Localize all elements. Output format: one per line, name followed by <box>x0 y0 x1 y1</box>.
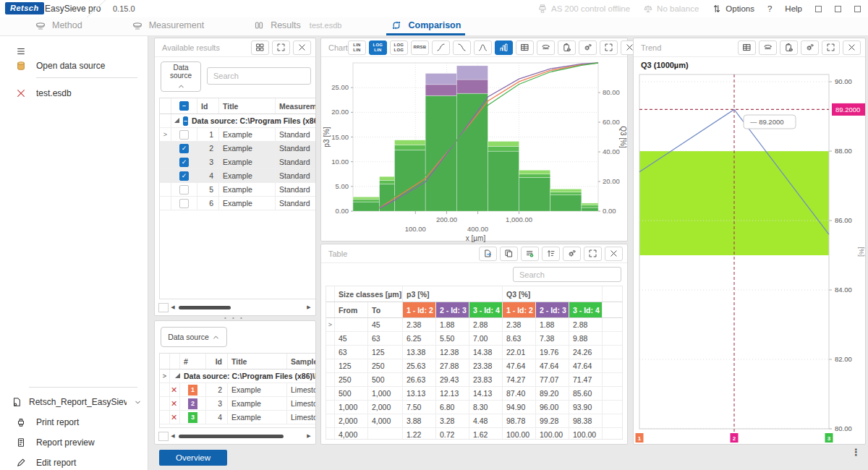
available-results-panel: Available results Data source –IdTitleMe… <box>154 38 316 316</box>
scrollbar-track[interactable] <box>177 432 305 441</box>
results-search-input[interactable] <box>207 67 311 85</box>
tab-results[interactable]: Results test.esdb <box>249 17 346 35</box>
table-row[interactable]: 6312513.3812.3814.3822.0119.7624.26 <box>326 346 622 359</box>
group-expander-icon[interactable] <box>175 373 180 378</box>
sieve-button[interactable] <box>537 40 555 55</box>
remove-row-icon[interactable]: ✕ <box>171 399 177 409</box>
lin-lin-button[interactable]: LINLIN <box>348 40 366 55</box>
cell <box>603 332 622 345</box>
results-row[interactable]: >1ExampleStandard <box>160 128 315 142</box>
close-button[interactable] <box>843 40 861 55</box>
scrollbar-thumb[interactable] <box>179 435 284 438</box>
table-row[interactable]: 1,0002,0007.506.808.3094.9096.0093.90 <box>326 401 622 414</box>
data-source-group-row[interactable]: –Data source: C:\Program Files (x86)\Ret… <box>160 114 315 128</box>
table-row[interactable]: 12525025.6327.8823.3847.6447.6447.64 <box>326 359 622 373</box>
options-menu[interactable]: Options <box>712 4 754 14</box>
scroll-left-icon[interactable]: ◀ <box>170 433 176 439</box>
export-button[interactable] <box>479 247 497 261</box>
settings-button[interactable] <box>801 40 819 55</box>
report-preview-button[interactable]: Report preview <box>0 433 148 452</box>
data-source-row[interactable]: ✕23ExampleLimestone / <box>160 397 315 411</box>
window-maximize-icon[interactable] <box>835 6 841 12</box>
result-checkbox[interactable]: ✓ <box>179 158 189 167</box>
scrollbar-track[interactable] <box>177 303 305 312</box>
data-source-group-row[interactable]: >Data source: C:\Program Files (x86)\Ret… <box>160 369 315 383</box>
clipboard-button[interactable] <box>558 40 576 55</box>
layout-button[interactable] <box>251 40 269 55</box>
result-checkbox[interactable]: ✓ <box>179 144 189 153</box>
tab-method[interactable]: Method <box>30 17 87 35</box>
tab-measurement[interactable]: Measurement <box>127 17 208 35</box>
expand-button[interactable] <box>600 40 618 55</box>
density-curve-button[interactable] <box>474 40 492 55</box>
table-row[interactable]: 2,0004,0003.883.284.4898.7899.2898.38 <box>326 414 622 428</box>
horizontal-scrollbar[interactable]: ◀ ▶ <box>158 302 312 312</box>
sieve-button[interactable] <box>759 40 777 55</box>
window-close-icon[interactable] <box>854 6 861 12</box>
report-template-select[interactable]: Retsch_Report_EasySieve.xml <box>0 393 148 411</box>
cumulative-curve-button[interactable] <box>432 40 450 55</box>
open-file-test-esdb[interactable]: test.esdb <box>0 84 148 103</box>
expand-button[interactable] <box>584 247 602 261</box>
group-expander-icon[interactable] <box>174 118 179 123</box>
open-data-source-button[interactable]: Open data source <box>0 56 148 75</box>
clipboard-button[interactable] <box>780 40 798 55</box>
result-checkbox[interactable]: ✓ <box>179 171 189 181</box>
remove-file-icon[interactable] <box>16 88 26 98</box>
tab-comparison[interactable]: Comparison <box>386 17 465 35</box>
window-minimize-icon[interactable] <box>815 6 822 12</box>
table-view-button[interactable] <box>738 40 756 55</box>
results-row[interactable]: ✓3ExampleStandard <box>160 155 315 169</box>
kebab-menu-icon[interactable]: ⋮ <box>851 447 861 458</box>
data-source-dropdown[interactable]: Data source <box>161 327 227 347</box>
remove-row-icon[interactable]: ✕ <box>171 413 177 422</box>
comparison-icon <box>391 20 402 31</box>
quick-help-button[interactable]: ? <box>767 4 772 13</box>
settings-button[interactable] <box>563 247 581 261</box>
columns-button[interactable] <box>521 247 539 261</box>
data-source-row[interactable]: ✕12ExampleLimestone / <box>160 383 315 397</box>
table-row[interactable]: 5001,00013.1312.1314.1387.4089.2085.60 <box>326 387 622 401</box>
table-view-button[interactable] <box>516 40 534 55</box>
group-checkbox[interactable]: – <box>183 116 188 126</box>
table-row[interactable]: 4,0001.220.721.62100.00100.00100.00 <box>326 428 622 440</box>
result-checkbox[interactable] <box>179 185 189 195</box>
scroll-right-icon[interactable]: ▶ <box>306 304 312 310</box>
expand-button[interactable] <box>272 40 290 55</box>
results-row[interactable]: ✓4ExampleStandard <box>160 169 315 183</box>
trend-chart[interactable]: 80.0082.0084.0086.0088.0090.00— 89.20008… <box>634 72 865 445</box>
remove-row-icon[interactable]: ✕ <box>171 385 177 395</box>
close-button[interactable] <box>293 40 311 55</box>
select-all-checkbox[interactable]: – <box>179 101 189 111</box>
copy-button[interactable] <box>500 247 518 261</box>
retained-curve-button[interactable] <box>453 40 471 55</box>
results-group-dropdown[interactable]: Data source <box>161 61 201 92</box>
result-checkbox[interactable] <box>179 130 189 140</box>
print-report-button[interactable]: Print report <box>0 413 148 432</box>
results-row[interactable]: 5ExampleStandard <box>160 183 315 197</box>
results-row[interactable]: ✓2ExampleStandard <box>160 142 315 155</box>
result-checkbox[interactable] <box>179 199 189 208</box>
expand-button[interactable] <box>822 40 840 55</box>
log-log-button[interactable]: LOGLOG <box>390 40 408 55</box>
overview-button[interactable]: Overview <box>159 450 227 466</box>
scrollbar-thumb[interactable] <box>179 306 231 309</box>
rrsb-button[interactable]: RRSB <box>411 40 429 55</box>
table-row[interactable]: 45636.255.507.008.637.389.88 <box>326 332 622 346</box>
log-lin-button[interactable]: LOGLIN <box>369 40 387 55</box>
help-menu[interactable]: Help <box>785 4 802 13</box>
data-source-row[interactable]: ✕34ExampleLimestone / <box>160 411 315 424</box>
settings-button[interactable] <box>579 40 597 55</box>
table-row[interactable]: 25050026.6329.4323.8374.2777.0771.47 <box>326 373 622 387</box>
scroll-right-icon[interactable]: ▶ <box>306 433 312 439</box>
table-search-input[interactable] <box>513 267 621 282</box>
histogram-button[interactable] <box>495 40 513 55</box>
distribution-chart[interactable]: 0.005.0010.0015.0020.0025.000.0020.0040.… <box>321 57 627 242</box>
sort-button[interactable] <box>542 247 560 261</box>
results-row[interactable]: 6ExampleStandard <box>160 197 315 210</box>
horizontal-scrollbar[interactable]: ◀ ▶ <box>158 431 312 441</box>
close-button[interactable] <box>605 247 623 261</box>
table-row[interactable]: >452.381.882.882.381.882.88 <box>326 318 622 332</box>
scroll-left-icon[interactable]: ◀ <box>170 304 176 310</box>
edit-report-button[interactable]: Edit report <box>0 453 148 470</box>
